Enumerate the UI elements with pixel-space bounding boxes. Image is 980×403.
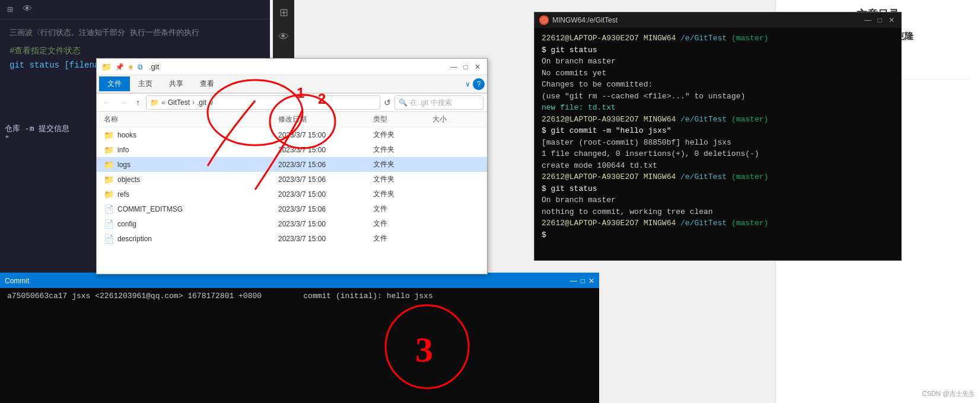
layout-sidebar-icon[interactable]: ⊞	[279, 6, 288, 19]
fe-row-name: 📁 refs	[104, 190, 278, 199]
term-path: /e/GitTest	[680, 34, 727, 43]
fe-list-row[interactable]: 📄 config 2023/3/7 15:00 文件	[97, 216, 487, 231]
terminal-bottom-content: a75050663ca17 jsxs <2261203961@qq.com> 1…	[0, 288, 599, 304]
fe-close-btn[interactable]: ✕	[473, 62, 482, 72]
fe-row-filename: config	[117, 220, 136, 228]
term-title-text: MINGW64:/e/GitTest	[552, 16, 618, 24]
fe-path-chevron-icon[interactable]: ∨	[209, 98, 214, 107]
term-mingw: MINGW64	[644, 34, 676, 43]
terminal-bottom-close[interactable]: ✕	[588, 277, 594, 285]
term-mingw: MINGW64	[644, 219, 676, 228]
terminal-bottom-minimize[interactable]: —	[570, 277, 577, 285]
term-branch: (master)	[731, 172, 768, 181]
fe-path-gittest: GitTest	[168, 98, 190, 107]
term-win-controls: — □ ✕	[863, 15, 896, 25]
term-path: /e/GitTest	[680, 115, 727, 124]
term-cmd-text: $ git status	[542, 46, 597, 55]
fe-row-type: 文件	[373, 204, 432, 214]
fe-path-sep2: ›	[192, 98, 195, 107]
fe-maximize-btn[interactable]: □	[461, 62, 470, 72]
fe-tab-share[interactable]: 共享	[161, 76, 192, 91]
fe-search-placeholder: 在 .git 中搜索	[410, 98, 452, 108]
fe-title-text: .git	[149, 62, 159, 71]
fe-row-filename: info	[117, 146, 129, 154]
term-line: [master (root-commit) 88850bf] hello jsx…	[542, 137, 894, 149]
term-path: /e/GitTest	[680, 172, 727, 181]
term-close-btn[interactable]: ✕	[887, 15, 896, 25]
folder-icon: 📁	[104, 160, 114, 169]
fe-row-type: 文件夹	[373, 174, 432, 184]
left-text-line1: 仓库 -m 提交信息	[5, 123, 90, 134]
folder-icon: 📁	[104, 130, 114, 140]
fe-back-btn[interactable]: ←	[100, 97, 113, 108]
fe-tab-home[interactable]: 主页	[130, 76, 161, 91]
fe-row-date: 2023/3/7 15:06	[278, 175, 373, 184]
term-minimize-btn[interactable]: —	[863, 15, 873, 25]
terminal-bottom-controls: — □ ✕	[570, 277, 594, 285]
fe-tab-file[interactable]: 文件	[99, 76, 130, 91]
fe-ribbon-tabs-row: 文件 主页 共享 查看 ∨ ?	[97, 75, 487, 93]
term-line: create mode 100644 td.txt	[542, 160, 894, 172]
terminal-bottom-title: Commit	[5, 277, 29, 285]
fe-tab-view[interactable]: 查看	[192, 76, 222, 91]
eye-sidebar-icon[interactable]: 👁	[278, 31, 289, 43]
layout-icon[interactable]: ⊞	[7, 4, 13, 15]
term-line: 1 file changed, 0 insertions(+), 0 delet…	[542, 148, 894, 160]
fe-minimize-btn[interactable]: —	[449, 62, 459, 72]
fe-list-row[interactable]: 📁 objects 2023/3/7 15:06 文件夹	[97, 172, 487, 187]
fe-row-date: 2023/3/7 15:00	[278, 235, 373, 243]
term-maximize-btn[interactable]: □	[875, 15, 884, 25]
term-line: 22612@LAPTOP-A930E2O7 MINGW64 /e/GitTest…	[542, 114, 894, 126]
fe-list-header: 名称 修改日期 类型 大小	[97, 112, 487, 127]
fe-list-row[interactable]: 📄 COMMIT_EDITMSG 2023/3/7 15:06 文件	[97, 202, 487, 216]
fe-list-row[interactable]: 📁 refs 2023/3/7 15:00 文件夹	[97, 187, 487, 202]
fe-row-filename: COMMIT_EDITMSG	[117, 205, 183, 213]
fe-row-date: 2023/3/7 15:00	[278, 146, 373, 154]
term-line: $	[542, 229, 894, 241]
terminal-bottom-bar: Commit — □ ✕	[0, 274, 599, 288]
term-cmd-text: $ git status	[542, 184, 597, 193]
term-newfile: new file: td.txt	[542, 103, 616, 112]
file-icon: 📄	[104, 204, 114, 214]
fe-row-filename: logs	[117, 161, 131, 169]
term-line: No commits yet	[542, 68, 894, 79]
fe-row-name: 📄 COMMIT_EDITMSG	[104, 204, 278, 214]
fe-row-filename: objects	[117, 175, 140, 184]
fe-row-name: 📁 info	[104, 145, 278, 155]
fe-path-folder-icon: 📁	[150, 98, 159, 107]
fe-row-filename: refs	[117, 190, 129, 199]
term-line: 22612@LAPTOP-A930E2O7 MINGW64 /e/GitTest…	[542, 33, 894, 44]
term-line: 22612@LAPTOP-A930E2O7 MINGW64 /e/GitTest…	[542, 171, 894, 183]
editor-description: 三画波〈行们状态。注迪知千部分 执行一些条件的执行	[9, 27, 260, 40]
folder-icon: 📁	[104, 175, 114, 184]
term-mingw: MINGW64	[644, 172, 676, 181]
fe-row-date: 2023/3/7 15:00	[278, 220, 373, 228]
fe-up-btn[interactable]: ↑	[133, 97, 142, 108]
fe-row-filename: hooks	[117, 131, 136, 139]
term-title-left: ⎔ MINGW64:/e/GitTest	[539, 15, 618, 25]
fe-path-bar[interactable]: 📁 « GitTest › .git ∨	[146, 95, 380, 110]
eye-icon[interactable]: 👁	[23, 4, 32, 15]
fe-row-type: 文件夹	[373, 145, 432, 155]
fe-search-bar[interactable]: 🔍 在 .git 中搜索	[394, 95, 483, 110]
fe-row-type: 文件夹	[373, 130, 432, 140]
fe-list-row[interactable]: 📁 hooks 2023/3/7 15:00 文件夹	[97, 127, 487, 142]
fe-forward-btn[interactable]: →	[117, 97, 130, 108]
term-line: new file: td.txt	[542, 102, 894, 114]
fe-folder-icon: 📁	[101, 62, 112, 72]
fe-row-filename: description	[117, 235, 152, 243]
term-content: 22612@LAPTOP-A930E2O7 MINGW64 /e/GitTest…	[534, 28, 901, 260]
term-line: $ git status	[542, 44, 894, 56]
fe-help-btn[interactable]: ?	[473, 78, 485, 90]
fe-row-name: 📁 objects	[104, 175, 278, 184]
fe-list-row[interactable]: 📄 description 2023/3/7 15:00 文件	[97, 231, 487, 246]
term-user: 22612@LAPTOP-A930E2O7	[542, 34, 639, 43]
fe-col-size: 大小	[432, 114, 480, 124]
terminal-bottom-maximize[interactable]: □	[581, 277, 585, 285]
fe-collapse-btn[interactable]: ∨	[465, 80, 470, 88]
fe-title-left: 📁 📌 ★ ⧉ .git	[101, 62, 159, 72]
fe-list-row[interactable]: 📁 info 2023/3/7 15:00 文件夹	[97, 142, 487, 157]
fe-refresh-btn[interactable]: ↺	[384, 98, 391, 107]
fe-list-row[interactable]: 📁 logs 2023/3/7 15:06 文件夹	[97, 157, 487, 172]
fe-row-name: 📄 config	[104, 219, 278, 229]
